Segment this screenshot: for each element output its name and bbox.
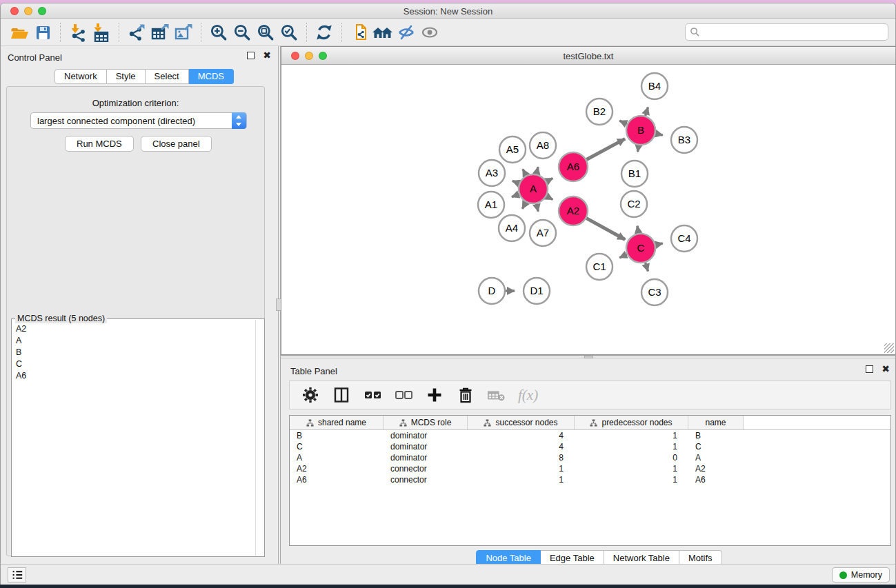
graph-edge-B-B2[interactable]	[619, 121, 627, 124]
table-row[interactable]: Cdominator41C	[290, 441, 890, 452]
column-header-shared-name[interactable]: shared name	[290, 416, 384, 429]
search-input[interactable]	[685, 23, 888, 41]
delete-column-button[interactable]	[456, 385, 475, 405]
zoom-fit-button[interactable]	[254, 21, 277, 43]
column-header-MCDS-role[interactable]: MCDS role	[384, 416, 468, 429]
network-window: testGlobe.txt AA1A2A3A4A5A6A7A8BB1B2B3B4…	[281, 46, 896, 355]
table-row[interactable]: A6connector11A6	[290, 474, 890, 485]
graph-edge-A-A1[interactable]	[512, 194, 519, 197]
cell-shared_name: B	[290, 430, 384, 441]
open-session-button[interactable]	[8, 21, 31, 43]
graph-edge-A-A3[interactable]	[512, 181, 519, 183]
memory-label: Memory	[851, 570, 882, 580]
table-row[interactable]: Adominator80A	[290, 452, 890, 463]
cell-mcds_role: connector	[384, 474, 468, 485]
save-session-button[interactable]	[31, 21, 54, 43]
session-title: Session: New Session	[1, 6, 895, 17]
criterion-dropdown-value: largest connected component (directed)	[37, 116, 195, 126]
delete-table-button[interactable]	[487, 385, 506, 405]
result-list-item[interactable]: A2	[12, 323, 255, 334]
cell-mcds_role: dominator	[384, 430, 468, 441]
export-table-button[interactable]	[148, 21, 172, 43]
float-panel-icon[interactable]	[866, 365, 873, 373]
apply-layout-button[interactable]	[312, 21, 336, 43]
graph-node-label: C	[637, 242, 645, 254]
window-resize-grip[interactable]	[884, 343, 894, 353]
eye-icon	[419, 23, 440, 41]
float-panel-icon[interactable]	[247, 52, 255, 59]
export-network-icon	[127, 23, 146, 42]
graph-edge-A-A8[interactable]	[537, 167, 538, 174]
result-list-item[interactable]: B	[12, 346, 255, 358]
graph-edge-A-A5[interactable]	[523, 169, 526, 175]
network-window-titlebar: testGlobe.txt	[281, 47, 895, 65]
control-panel-header: Control Panel ✖	[1, 46, 278, 67]
tab-mcds[interactable]: MCDS	[189, 69, 234, 84]
graph-node-label: B4	[648, 80, 661, 92]
table-settings-button[interactable]	[301, 385, 320, 405]
deselect-all-button[interactable]	[394, 385, 413, 405]
table-row[interactable]: A2connector11A2	[290, 463, 890, 474]
tab-select[interactable]: Select	[146, 69, 189, 84]
graph-edge-A-A6[interactable]	[546, 178, 552, 181]
close-panel-icon[interactable]: ✖	[882, 365, 890, 373]
network-canvas[interactable]: AA1A2A3A4A5A6A7A8BB1B2B3B4CC1C2C3C4DD1	[281, 65, 895, 354]
tab-network[interactable]: Network	[54, 69, 107, 84]
cell-name: A6	[688, 474, 744, 485]
tab-style[interactable]: Style	[107, 69, 146, 84]
result-list-item[interactable]: C	[12, 358, 255, 369]
clone-network-button[interactable]	[348, 21, 371, 43]
create-column-button[interactable]	[425, 385, 444, 405]
cell-shared_name: A6	[290, 474, 384, 485]
result-list-item[interactable]: A	[12, 334, 255, 346]
import-table-button[interactable]	[90, 21, 113, 43]
criterion-dropdown[interactable]: largest connected component (directed)	[30, 112, 247, 129]
graph-edge-C-C4[interactable]	[655, 243, 662, 245]
zoom-in-button[interactable]	[207, 21, 230, 43]
zoom-fit-icon	[256, 23, 275, 42]
graph-edge-A-A4[interactable]	[522, 202, 526, 209]
result-list-item[interactable]: A6	[12, 369, 255, 381]
unchecked-boxes-icon	[395, 386, 413, 404]
function-builder-button[interactable]: f(x)	[518, 385, 538, 405]
select-all-button[interactable]	[363, 385, 382, 405]
graph-edge-B-B1[interactable]	[638, 145, 639, 152]
graph-edge-A2-C[interactable]	[586, 219, 625, 240]
export-image-button[interactable]	[172, 21, 195, 43]
open-folder-icon	[10, 23, 29, 41]
table-row[interactable]: Bdominator41B	[290, 430, 890, 441]
cell-predecessor_nodes: 0	[575, 452, 688, 463]
graph-edge-A6-B[interactable]	[586, 139, 625, 159]
graph-edge-A-A2[interactable]	[546, 196, 552, 200]
hide-panels-button[interactable]	[395, 21, 418, 43]
close-panel-icon[interactable]: ✖	[263, 52, 271, 59]
close-panel-button[interactable]: Close panel	[141, 136, 212, 152]
column-header-name[interactable]: name	[688, 416, 744, 429]
graph-edge-B-B4[interactable]	[646, 108, 648, 116]
memory-button[interactable]: Memory	[832, 567, 890, 582]
export-network-button[interactable]	[125, 21, 148, 43]
show-all-panels-button[interactable]	[371, 21, 395, 43]
show-column-button[interactable]	[332, 385, 351, 405]
run-mcds-button[interactable]: Run MCDS	[65, 136, 134, 152]
show-graphics-details-button[interactable]	[418, 21, 441, 43]
graph-edge-B-B3[interactable]	[655, 134, 662, 135]
graph-edge-C-C2[interactable]	[637, 226, 639, 234]
control-panel-title: Control Panel	[8, 52, 62, 63]
graph-node-label: B1	[628, 168, 641, 179]
graph-edge-C-C3[interactable]	[646, 263, 648, 271]
cell-name: C	[688, 441, 744, 452]
column-header-successor-nodes[interactable]: successor nodes	[468, 416, 575, 429]
result-scrollbar[interactable]	[255, 320, 263, 556]
node-table: shared nameMCDS rolesuccessor nodesprede…	[289, 415, 891, 546]
column-header-predecessor-nodes[interactable]: predecessor nodes	[575, 416, 688, 429]
graph-edge-A-A7[interactable]	[537, 203, 538, 211]
zoom-out-button[interactable]	[230, 21, 254, 43]
import-network-button[interactable]	[66, 21, 90, 43]
graph-node-label: A3	[486, 167, 498, 179]
task-history-button[interactable]	[8, 567, 26, 582]
zoom-selected-button[interactable]	[277, 21, 301, 43]
graph-node-label: C1	[593, 261, 606, 272]
hierarchy-icon	[399, 419, 407, 427]
graph-edge-C-C1[interactable]	[619, 254, 627, 258]
